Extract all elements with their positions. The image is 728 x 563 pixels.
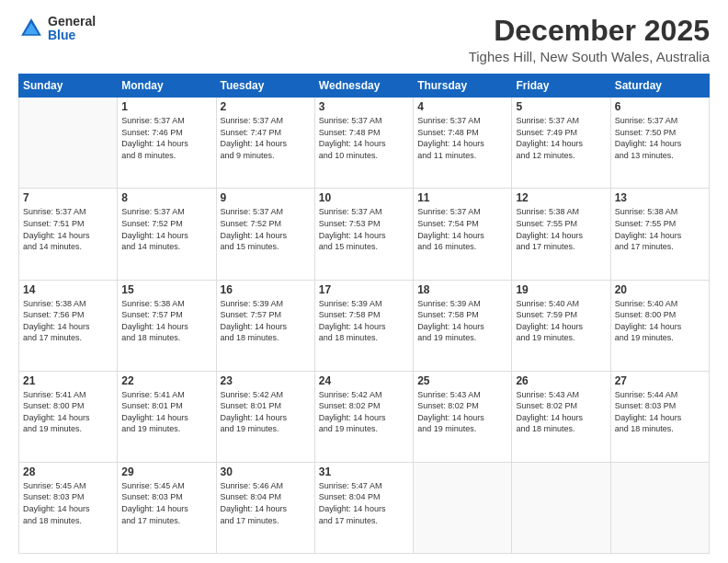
calendar-cell: 17Sunrise: 5:39 AM Sunset: 7:58 PM Dayli… [314, 280, 413, 371]
logo: General Blue [18, 15, 96, 43]
day-number: 7 [23, 191, 113, 204]
day-info: Sunrise: 5:39 AM Sunset: 7:58 PM Dayligh… [417, 298, 507, 344]
calendar-cell: 26Sunrise: 5:43 AM Sunset: 8:02 PM Dayli… [512, 371, 610, 462]
day-number: 5 [516, 100, 606, 113]
col-wednesday: Wednesday [314, 75, 413, 98]
day-info: Sunrise: 5:37 AM Sunset: 7:48 PM Dayligh… [319, 115, 409, 161]
calendar-cell: 13Sunrise: 5:38 AM Sunset: 7:55 PM Dayli… [610, 189, 709, 280]
calendar-week-4: 28Sunrise: 5:45 AM Sunset: 8:03 PM Dayli… [19, 462, 710, 553]
day-number: 12 [516, 191, 606, 204]
calendar-cell: 31Sunrise: 5:47 AM Sunset: 8:04 PM Dayli… [314, 462, 413, 553]
day-info: Sunrise: 5:42 AM Sunset: 8:01 PM Dayligh… [221, 389, 311, 435]
day-info: Sunrise: 5:38 AM Sunset: 7:57 PM Dayligh… [121, 298, 211, 344]
day-number: 22 [121, 374, 211, 387]
day-number: 6 [615, 100, 705, 113]
calendar-table: Sunday Monday Tuesday Wednesday Thursday… [18, 74, 710, 554]
day-info: Sunrise: 5:40 AM Sunset: 7:59 PM Dayligh… [516, 298, 606, 344]
day-info: Sunrise: 5:38 AM Sunset: 7:55 PM Dayligh… [615, 206, 705, 252]
day-number: 26 [516, 374, 606, 387]
day-number: 3 [319, 100, 409, 113]
calendar-cell [512, 462, 610, 553]
day-info: Sunrise: 5:37 AM Sunset: 7:49 PM Dayligh… [516, 115, 606, 161]
day-number: 24 [319, 374, 409, 387]
calendar-cell: 3Sunrise: 5:37 AM Sunset: 7:48 PM Daylig… [314, 98, 413, 189]
day-number: 30 [221, 465, 311, 478]
calendar-header-row: Sunday Monday Tuesday Wednesday Thursday… [19, 75, 710, 98]
day-info: Sunrise: 5:45 AM Sunset: 8:03 PM Dayligh… [23, 480, 113, 526]
day-info: Sunrise: 5:37 AM Sunset: 7:52 PM Dayligh… [221, 206, 311, 252]
day-number: 9 [221, 191, 311, 204]
calendar-cell: 19Sunrise: 5:40 AM Sunset: 7:59 PM Dayli… [512, 280, 610, 371]
calendar-cell: 8Sunrise: 5:37 AM Sunset: 7:52 PM Daylig… [118, 189, 216, 280]
calendar-cell: 11Sunrise: 5:37 AM Sunset: 7:54 PM Dayli… [414, 189, 512, 280]
day-info: Sunrise: 5:46 AM Sunset: 8:04 PM Dayligh… [221, 480, 311, 526]
day-info: Sunrise: 5:37 AM Sunset: 7:51 PM Dayligh… [23, 206, 113, 252]
calendar-cell: 22Sunrise: 5:41 AM Sunset: 8:01 PM Dayli… [118, 371, 216, 462]
day-number: 8 [121, 191, 211, 204]
day-info: Sunrise: 5:43 AM Sunset: 8:02 PM Dayligh… [417, 389, 507, 435]
day-number: 16 [221, 283, 311, 296]
title-block: December 2025 Tighes Hill, New South Wal… [469, 15, 710, 64]
calendar-cell: 1Sunrise: 5:37 AM Sunset: 7:46 PM Daylig… [118, 98, 216, 189]
day-info: Sunrise: 5:42 AM Sunset: 8:02 PM Dayligh… [319, 389, 409, 435]
calendar-cell: 21Sunrise: 5:41 AM Sunset: 8:00 PM Dayli… [19, 371, 118, 462]
day-number: 23 [221, 374, 311, 387]
calendar-cell: 12Sunrise: 5:38 AM Sunset: 7:55 PM Dayli… [512, 189, 610, 280]
location-title: Tighes Hill, New South Wales, Australia [469, 49, 710, 64]
day-info: Sunrise: 5:47 AM Sunset: 8:04 PM Dayligh… [319, 480, 409, 526]
calendar-week-2: 14Sunrise: 5:38 AM Sunset: 7:56 PM Dayli… [19, 280, 710, 371]
col-monday: Monday [118, 75, 216, 98]
calendar-cell [414, 462, 512, 553]
day-info: Sunrise: 5:37 AM Sunset: 7:46 PM Dayligh… [121, 115, 211, 161]
calendar-cell: 24Sunrise: 5:42 AM Sunset: 8:02 PM Dayli… [314, 371, 413, 462]
day-info: Sunrise: 5:37 AM Sunset: 7:53 PM Dayligh… [319, 206, 409, 252]
page: General Blue December 2025 Tighes Hill, … [0, 0, 728, 563]
day-info: Sunrise: 5:45 AM Sunset: 8:03 PM Dayligh… [121, 480, 211, 526]
day-number: 13 [615, 191, 705, 204]
day-info: Sunrise: 5:39 AM Sunset: 7:58 PM Dayligh… [319, 298, 409, 344]
calendar-cell: 27Sunrise: 5:44 AM Sunset: 8:03 PM Dayli… [610, 371, 709, 462]
day-number: 19 [516, 283, 606, 296]
day-number: 17 [319, 283, 409, 296]
day-number: 1 [121, 100, 211, 113]
calendar-cell: 4Sunrise: 5:37 AM Sunset: 7:48 PM Daylig… [414, 98, 512, 189]
day-number: 20 [615, 283, 705, 296]
calendar-week-1: 7Sunrise: 5:37 AM Sunset: 7:51 PM Daylig… [19, 189, 710, 280]
day-info: Sunrise: 5:37 AM Sunset: 7:47 PM Dayligh… [221, 115, 311, 161]
month-title: December 2025 [469, 15, 710, 47]
calendar-cell: 28Sunrise: 5:45 AM Sunset: 8:03 PM Dayli… [19, 462, 118, 553]
day-number: 14 [23, 283, 113, 296]
day-info: Sunrise: 5:43 AM Sunset: 8:02 PM Dayligh… [516, 389, 606, 435]
calendar-cell: 16Sunrise: 5:39 AM Sunset: 7:57 PM Dayli… [216, 280, 314, 371]
day-number: 11 [417, 191, 507, 204]
calendar-cell: 14Sunrise: 5:38 AM Sunset: 7:56 PM Dayli… [19, 280, 118, 371]
calendar-cell: 15Sunrise: 5:38 AM Sunset: 7:57 PM Dayli… [118, 280, 216, 371]
calendar-cell: 10Sunrise: 5:37 AM Sunset: 7:53 PM Dayli… [314, 189, 413, 280]
calendar-week-3: 21Sunrise: 5:41 AM Sunset: 8:00 PM Dayli… [19, 371, 710, 462]
day-number: 27 [615, 374, 705, 387]
day-info: Sunrise: 5:37 AM Sunset: 7:48 PM Dayligh… [417, 115, 507, 161]
col-tuesday: Tuesday [216, 75, 314, 98]
day-info: Sunrise: 5:44 AM Sunset: 8:03 PM Dayligh… [615, 389, 705, 435]
calendar-cell: 30Sunrise: 5:46 AM Sunset: 8:04 PM Dayli… [216, 462, 314, 553]
day-info: Sunrise: 5:41 AM Sunset: 8:00 PM Dayligh… [23, 389, 113, 435]
col-thursday: Thursday [414, 75, 512, 98]
day-info: Sunrise: 5:41 AM Sunset: 8:01 PM Dayligh… [121, 389, 211, 435]
day-info: Sunrise: 5:38 AM Sunset: 7:55 PM Dayligh… [516, 206, 606, 252]
day-number: 29 [121, 465, 211, 478]
logo-blue: Blue [48, 29, 96, 42]
day-info: Sunrise: 5:38 AM Sunset: 7:56 PM Dayligh… [23, 298, 113, 344]
calendar-cell: 23Sunrise: 5:42 AM Sunset: 8:01 PM Dayli… [216, 371, 314, 462]
day-number: 18 [417, 283, 507, 296]
calendar-cell [610, 462, 709, 553]
day-number: 31 [319, 465, 409, 478]
logo-text: General Blue [48, 15, 96, 43]
header: General Blue December 2025 Tighes Hill, … [18, 15, 710, 64]
calendar-cell: 25Sunrise: 5:43 AM Sunset: 8:02 PM Dayli… [414, 371, 512, 462]
day-number: 4 [417, 100, 507, 113]
day-number: 25 [417, 374, 507, 387]
calendar-cell: 5Sunrise: 5:37 AM Sunset: 7:49 PM Daylig… [512, 98, 610, 189]
day-number: 21 [23, 374, 113, 387]
calendar-cell: 18Sunrise: 5:39 AM Sunset: 7:58 PM Dayli… [414, 280, 512, 371]
calendar-cell [19, 98, 118, 189]
